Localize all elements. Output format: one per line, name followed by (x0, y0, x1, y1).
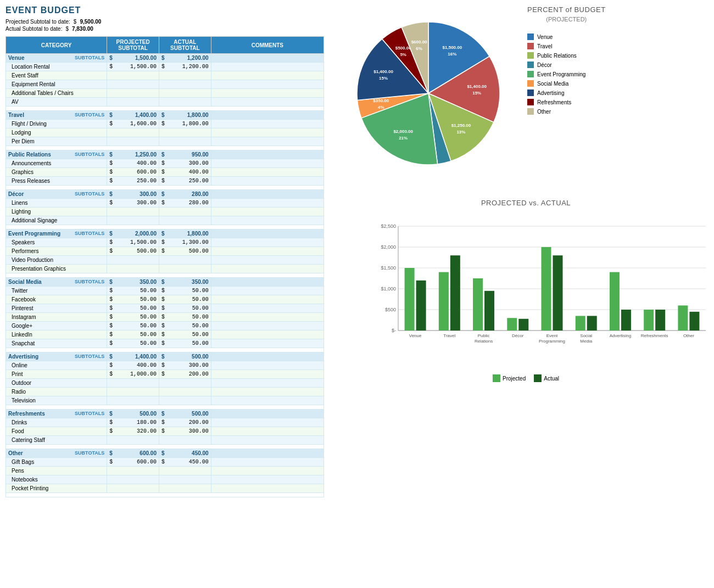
table-row: Social Media SUBTOTALS $350.00 $350.00 (6, 278, 324, 287)
item-name: Announcements (6, 159, 107, 168)
item-projected: $50.00 (107, 331, 159, 339)
item-actual: $50.00 (159, 295, 211, 304)
pie-label-amount: $1,500.00 (443, 45, 462, 50)
table-row: Speakers $1,500.00 $1,300.00 (6, 238, 324, 247)
table-row: Pens (6, 467, 324, 475)
y-axis-label: $500 (385, 307, 396, 312)
item-comments (211, 475, 323, 484)
bar-chart-area: PROJECTED vs. ACTUAL $-$500$1,000$1,500$… (341, 199, 711, 382)
legend-item: Other (527, 108, 606, 115)
item-comments (211, 80, 323, 89)
item-name: Snapchat (6, 339, 107, 348)
actual-subtotal: $280.00 (159, 190, 211, 199)
item-actual: $300.00 (159, 159, 211, 168)
item-comments (211, 418, 323, 427)
item-actual: $450.00 (159, 458, 211, 467)
item-comments (211, 304, 323, 313)
item-comments (211, 120, 323, 128)
item-comments (211, 247, 323, 256)
projected-subtotal: $1,400.00 (107, 111, 159, 120)
item-projected: $50.00 (107, 339, 159, 348)
item-comments (211, 287, 323, 295)
pie-label-percent: 5% (400, 52, 406, 57)
projected-bar (610, 272, 620, 331)
item-comments (211, 339, 323, 348)
item-projected: $500.00 (107, 247, 159, 256)
legend-color (527, 52, 534, 59)
actual-bar (416, 281, 426, 331)
comments-cell (211, 449, 323, 458)
projected-legend-item: Projected (493, 374, 526, 382)
item-name: Graphics (6, 168, 107, 177)
item-name: Speakers (6, 238, 107, 247)
pie-label-amount: $1,400.00 (467, 84, 487, 89)
item-name: Google+ (6, 322, 107, 331)
projected-bar (576, 316, 585, 331)
bar-category-label: Programming (539, 339, 565, 344)
item-comments (211, 71, 323, 80)
item-projected: $1,500.00 (107, 238, 159, 247)
item-name: LinkedIn (6, 331, 107, 339)
item-comments (211, 63, 323, 71)
table-row: Public Relations SUBTOTALS $1,250.00 $95… (6, 150, 324, 159)
item-name: Lodging (6, 128, 107, 137)
item-projected: $320.00 (107, 427, 159, 436)
legend-item: Travel (527, 43, 606, 49)
table-row: Décor SUBTOTALS $300.00 $280.00 (6, 190, 324, 199)
item-comments (211, 436, 323, 445)
item-name: Food (6, 427, 107, 436)
legend-label: Décor (537, 62, 552, 68)
budget-section: EVENT BUDGET Projected Subtotal to date:… (5, 5, 324, 497)
actual-subtotal: $1,800.00 (159, 229, 211, 238)
item-projected: $600.00 (107, 458, 159, 467)
projected-value: 9,500.00 (80, 19, 101, 25)
item-projected (107, 208, 159, 216)
item-projected: $400.00 (107, 361, 159, 370)
pie-label-percent: 15% (472, 91, 481, 96)
actual-legend-color (534, 374, 542, 382)
spacer-row (6, 225, 324, 229)
bar-category-label: Refreshments (641, 333, 668, 338)
item-comments (211, 322, 323, 331)
category-name: Venue SUBTOTALS (6, 54, 107, 63)
table-row: Print $1,000.00 $200.00 (6, 370, 324, 379)
legend-label: Other (537, 109, 551, 115)
table-row: Additional Signage (6, 216, 324, 225)
item-actual: $200.00 (159, 370, 211, 379)
item-projected (107, 396, 159, 405)
item-actual: $50.00 (159, 322, 211, 331)
bar-category-label: Event (546, 333, 558, 338)
actual-subtotal: $950.00 (159, 150, 211, 159)
pie-chart-wrapper: $1,500.0016%$1,400.0015%$1,250.0013%$2,0… (341, 5, 516, 182)
item-comments (211, 159, 323, 168)
legend-color (527, 33, 534, 40)
comments-cell (211, 352, 323, 361)
item-comments (211, 256, 323, 265)
pie-label-amount: $2,000.00 (393, 129, 413, 134)
actual-subtotal: $1,800.00 (159, 111, 211, 120)
item-comments (211, 137, 323, 146)
pie-label-amount: $1,400.00 (373, 69, 393, 74)
item-name: Notebooks (6, 475, 107, 484)
header-projected: PROJECTEDSUBTOTAL (107, 37, 159, 54)
item-comments (211, 98, 323, 107)
item-name: Facebook (6, 295, 107, 304)
category-name: Travel SUBTOTALS (6, 111, 107, 120)
item-comments (211, 168, 323, 177)
legend-color (527, 80, 534, 87)
actual-subtotal: $500.00 (159, 352, 211, 361)
table-row: Travel SUBTOTALS $1,400.00 $1,800.00 (6, 111, 324, 120)
table-row: Twitter $50.00 $50.00 (6, 287, 324, 295)
table-row: Online $400.00 $300.00 (6, 361, 324, 370)
bar-legend: Projected Actual (341, 374, 711, 382)
bar-category-label: Advertising (610, 333, 632, 338)
item-actual: $1,300.00 (159, 238, 211, 247)
pie-title: PERCENT of BUDGET (527, 5, 606, 14)
pie-label-amount: $600.00 (411, 40, 427, 44)
item-projected (107, 256, 159, 265)
projected-subtotal: $1,400.00 (107, 352, 159, 361)
pie-chart-area: $1,500.0016%$1,400.0015%$1,250.0013%$2,0… (341, 5, 711, 182)
bar-category-label: Venue (409, 333, 422, 338)
item-projected (107, 89, 159, 98)
table-row: AV (6, 98, 324, 107)
